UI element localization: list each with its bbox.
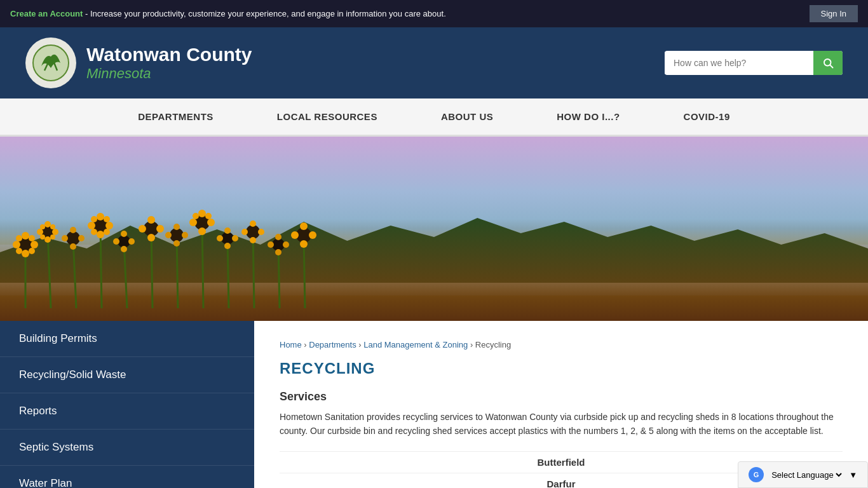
nav-item-covid-19[interactable]: COVID-19 xyxy=(652,98,762,135)
hero-flowers-svg xyxy=(0,194,330,308)
logo-icon xyxy=(32,44,70,82)
nav-item-local-resources[interactable]: LOCAL RESOURCES xyxy=(245,98,409,135)
svg-line-2 xyxy=(830,65,832,67)
svg-point-30 xyxy=(40,224,45,229)
main-nav: DEPARTMENTS LOCAL RESOURCES ABOUT US HOW… xyxy=(0,98,868,137)
sidebar-item-building-permits[interactable]: Building Permits xyxy=(0,321,254,357)
svg-line-12 xyxy=(253,232,254,308)
svg-point-85 xyxy=(300,222,308,230)
translate-icon: G xyxy=(749,467,764,482)
svg-point-70 xyxy=(224,227,231,234)
svg-point-43 xyxy=(104,216,110,222)
svg-point-41 xyxy=(97,231,104,238)
svg-line-10 xyxy=(202,222,203,308)
breadcrumb-departments[interactable]: Departments xyxy=(309,340,356,349)
breadcrumb-home[interactable]: Home xyxy=(280,340,302,349)
top-bar-message: Create an Account - Increase your produc… xyxy=(10,9,446,18)
svg-point-82 xyxy=(275,249,281,255)
svg-point-18 xyxy=(22,250,29,257)
svg-point-75 xyxy=(250,220,256,227)
nav-item-how-do-i[interactable]: HOW DO I...? xyxy=(525,98,651,135)
hero-flowers-area xyxy=(0,194,330,308)
svg-point-78 xyxy=(241,229,248,235)
svg-point-76 xyxy=(258,229,264,235)
svg-point-60 xyxy=(173,240,180,247)
svg-point-71 xyxy=(232,235,238,241)
chevron-down-icon: ▼ xyxy=(849,470,857,480)
svg-point-16 xyxy=(22,232,29,240)
svg-point-44 xyxy=(91,216,97,222)
svg-point-56 xyxy=(139,225,146,233)
svg-point-28 xyxy=(37,229,43,235)
svg-point-31 xyxy=(50,234,55,240)
svg-point-58 xyxy=(173,224,180,230)
svg-point-19 xyxy=(13,241,20,248)
svg-point-83 xyxy=(268,241,274,248)
svg-point-63 xyxy=(198,210,206,217)
svg-point-34 xyxy=(70,227,76,233)
svg-point-23 xyxy=(16,248,22,254)
create-account-link[interactable]: Create an Account xyxy=(10,9,83,18)
svg-point-40 xyxy=(105,222,113,229)
sidebar-item-water-plan[interactable]: Water Plan xyxy=(0,466,254,488)
search-input[interactable] xyxy=(665,51,813,74)
svg-point-26 xyxy=(52,229,58,235)
county-name: Watonwan County xyxy=(86,44,252,65)
svg-point-46 xyxy=(91,229,97,235)
svg-point-29 xyxy=(50,224,55,229)
svg-point-48 xyxy=(121,231,127,237)
svg-point-57 xyxy=(170,228,184,242)
page-title: RECYCLING xyxy=(280,360,843,377)
search-area xyxy=(665,51,843,75)
svg-point-21 xyxy=(16,235,22,241)
svg-point-55 xyxy=(147,234,155,241)
svg-point-36 xyxy=(70,243,76,250)
svg-point-74 xyxy=(246,225,260,239)
header: Watonwan County Minnesota xyxy=(0,27,868,98)
svg-line-4 xyxy=(48,232,51,308)
nav-item-about-us[interactable]: ABOUT US xyxy=(409,98,525,135)
svg-point-77 xyxy=(250,237,256,243)
svg-point-37 xyxy=(62,235,68,241)
svg-point-88 xyxy=(291,231,299,239)
services-section-text: Hometown Sanitation provides recycling s… xyxy=(280,410,843,438)
sidebar-item-reports[interactable]: Reports xyxy=(0,393,254,430)
breadcrumb-land-management[interactable]: Land Management & Zoning xyxy=(363,340,468,349)
svg-point-45 xyxy=(104,229,110,235)
svg-point-72 xyxy=(224,243,231,249)
svg-point-42 xyxy=(88,222,95,229)
sidebar-item-septic-systems[interactable]: Septic Systems xyxy=(0,430,254,466)
hero-banner xyxy=(0,137,868,321)
svg-point-87 xyxy=(300,240,308,248)
svg-point-80 xyxy=(275,234,281,240)
search-icon xyxy=(822,57,834,69)
svg-point-65 xyxy=(198,227,206,235)
svg-point-32 xyxy=(40,234,45,240)
svg-point-61 xyxy=(165,232,172,238)
svg-point-59 xyxy=(182,232,188,238)
svg-point-51 xyxy=(113,238,119,245)
state-name: Minnesota xyxy=(86,65,252,82)
svg-point-54 xyxy=(156,225,164,233)
site-name: Watonwan County Minnesota xyxy=(86,44,252,82)
svg-point-49 xyxy=(128,238,135,245)
svg-point-17 xyxy=(31,241,38,248)
svg-point-22 xyxy=(29,248,35,254)
svg-point-81 xyxy=(283,241,289,248)
svg-point-64 xyxy=(207,219,215,226)
svg-point-86 xyxy=(309,231,316,239)
svg-point-68 xyxy=(193,213,199,219)
search-button[interactable] xyxy=(813,51,843,75)
nav-item-departments[interactable]: DEPARTMENTS xyxy=(106,98,245,135)
sidebar: Building Permits Recycling/Solid Waste R… xyxy=(0,321,254,488)
top-bar: Create an Account - Increase your produc… xyxy=(0,0,868,27)
svg-point-73 xyxy=(217,235,223,241)
svg-point-25 xyxy=(44,221,51,227)
svg-point-35 xyxy=(78,235,85,241)
sidebar-item-recycling-solid-waste[interactable]: Recycling/Solid Waste xyxy=(0,357,254,393)
svg-point-39 xyxy=(97,213,104,220)
sign-in-button[interactable]: Sign In xyxy=(810,5,858,22)
breadcrumb: Home › Departments › Land Management & Z… xyxy=(280,340,843,349)
svg-point-20 xyxy=(29,235,35,241)
language-select[interactable]: Select Language xyxy=(769,470,844,480)
